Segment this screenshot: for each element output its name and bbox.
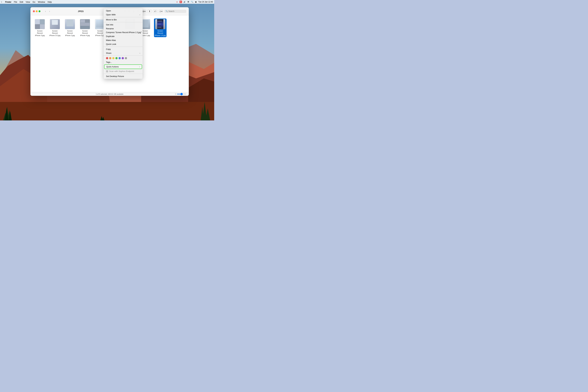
file-name: Screen Record iPhone 1.5.jpg — [154, 30, 166, 36]
ctx-copy[interactable]: Copy — [104, 47, 143, 51]
ctx-make-alias[interactable]: Make Alias — [104, 38, 143, 42]
ctx-duplicate[interactable]: Duplicate — [104, 34, 143, 38]
ctx-separator-3 — [104, 46, 143, 47]
search-box[interactable]: 🔍 — [164, 10, 186, 13]
ctx-get-info[interactable]: Get Info — [104, 23, 143, 27]
edit-menu[interactable]: Edit — [20, 1, 23, 3]
menubar-datetime: Tue 24 Jan 12:40 — [198, 1, 213, 3]
status-text: 1 of 9 selected, 440.61 GB available — [96, 93, 124, 95]
file-name: Screen Record iPhone 3.5.jpg — [49, 30, 60, 36]
share-toolbar-button[interactable]: ⬆ — [148, 10, 152, 13]
ctx-rename-label: Rename — [106, 28, 114, 30]
maximize-button[interactable] — [38, 10, 40, 12]
tag-red[interactable] — [106, 57, 108, 59]
context-menu: Open Open With › Move to Bin Get Info Re… — [104, 8, 143, 79]
ctx-scan-sophos[interactable]: S Scan with Sophos Endpoint — [104, 69, 143, 73]
ctx-compress-label: Compress "Screen Record iPhone 1.5.jpg" — [106, 31, 142, 34]
notification-badge: 5 — [180, 1, 182, 3]
search-icon: 🔍 — [166, 10, 168, 12]
menubar-right: ● 5 🔊 ⌘ 🔍 ◉ Tue 24 Jan 12:40 — [176, 1, 213, 3]
menubar-left:  Finder File Edit View Go Window Help — [1, 1, 52, 3]
list-item[interactable]: Screen Record iPhone 4.jpg — [79, 18, 91, 37]
ctx-open-with[interactable]: Open With › — [104, 13, 143, 16]
close-button[interactable] — [33, 10, 35, 12]
tag-toolbar-button[interactable]: 🏷 — [153, 10, 158, 13]
ctx-quick-look[interactable]: Quick Look — [104, 42, 143, 46]
quick-actions-arrow: › — [139, 66, 140, 68]
file-thumbnail — [35, 19, 45, 29]
file-name: Screen Record iPhone 4.jpg — [79, 30, 91, 36]
search-input[interactable] — [168, 10, 185, 12]
tag-green[interactable] — [116, 57, 118, 59]
ctx-rename[interactable]: Rename — [104, 27, 143, 30]
ctx-open-with-label: Open With — [106, 14, 116, 16]
ctx-scan-label: Scan with Sophos Endpoint — [109, 70, 134, 72]
ctx-share-label: Share — [106, 52, 112, 54]
ctx-share[interactable]: Share › — [104, 51, 143, 55]
go-menu[interactable]: Go — [32, 1, 35, 3]
ctx-move-to-bin-label: Move to Bin — [106, 18, 117, 21]
list-item[interactable]: Screen Record iPhone 3.jpg — [34, 18, 46, 37]
search-menubar-icon[interactable]: 🔍 — [191, 1, 193, 3]
open-with-arrow: › — [140, 14, 140, 16]
ctx-tags-row — [104, 56, 143, 60]
action-toolbar-button[interactable]: ⊙▾ — [159, 10, 163, 13]
tag-gray[interactable] — [125, 57, 127, 59]
ctx-separator-4 — [104, 56, 143, 56]
zoom-slider-container: ⊟ — [175, 93, 186, 95]
list-item[interactable]: Screen Record iPhone 1.5.jpg — [154, 18, 166, 37]
ctx-quick-actions-label: Quick Actions — [106, 66, 119, 68]
file-name: Screen Record iPhone 3.jpg — [34, 30, 46, 36]
tag-blue[interactable] — [118, 57, 121, 59]
menubar:  Finder File Edit View Go Window Help ●… — [0, 0, 214, 4]
siri-icon[interactable]: ◉ — [194, 1, 197, 3]
ctx-separator-2 — [104, 22, 143, 22]
ctx-move-to-bin[interactable]: Move to Bin — [104, 18, 143, 22]
file-name: Screen Record iPhone 2.jpg — [64, 30, 76, 36]
ctx-duplicate-label: Duplicate — [106, 35, 114, 38]
ctx-quick-look-label: Quick Look — [106, 43, 116, 45]
zoom-slider-input[interactable] — [177, 94, 186, 94]
list-item[interactable]: Screen Record iPhone 3.5.jpg — [48, 18, 61, 37]
view-menu[interactable]: View — [26, 1, 30, 3]
ctx-quick-actions[interactable]: Quick Actions › — [104, 64, 142, 69]
ctx-separator-1 — [104, 17, 143, 17]
ctx-tags-label[interactable]: Tags... — [104, 60, 143, 64]
ctx-open-label: Open — [106, 10, 111, 12]
svg-rect-8 — [0, 102, 214, 120]
file-thumbnail — [155, 19, 165, 29]
file-thumbnail — [80, 19, 90, 29]
traffic-lights — [33, 10, 40, 12]
minimize-button[interactable] — [36, 10, 38, 12]
ctx-compress[interactable]: Compress "Screen Record iPhone 1.5.jpg" — [104, 30, 143, 34]
wifi-icon[interactable]: ⌘ — [187, 1, 190, 3]
list-item[interactable]: Screen Record iPhone 2.jpg — [64, 18, 76, 37]
tag-yellow[interactable] — [112, 57, 114, 59]
help-menu[interactable]: Help — [48, 1, 52, 3]
apple-menu[interactable]:  — [1, 1, 2, 3]
sophos-icon: ● — [176, 1, 178, 3]
finder-statusbar: 1 of 9 selected, 440.61 GB available ⊟ — [30, 92, 189, 96]
zoom-min-icon: ⊟ — [175, 93, 176, 95]
file-thumbnail — [65, 19, 75, 29]
ctx-set-desktop[interactable]: Set Desktop Picture — [104, 74, 143, 78]
share-arrow: › — [140, 52, 140, 54]
file-menu[interactable]: File — [14, 1, 17, 3]
tag-purple[interactable] — [122, 57, 124, 59]
tag-orange[interactable] — [109, 57, 111, 59]
app-name-menu[interactable]: Finder — [5, 1, 12, 3]
ctx-get-info-label: Get Info — [106, 24, 113, 26]
ctx-open[interactable]: Open — [104, 9, 143, 13]
ctx-set-desktop-label: Set Desktop Picture — [106, 75, 124, 78]
ctx-copy-label: Copy — [106, 48, 111, 50]
window-menu[interactable]: Window — [38, 1, 45, 3]
ctx-tags-text: Tags... — [106, 61, 112, 63]
file-thumbnail — [50, 19, 60, 29]
ctx-make-alias-label: Make Alias — [106, 39, 116, 42]
audio-icon[interactable]: 🔊 — [183, 1, 186, 3]
sophos-menu-icon: S — [106, 70, 108, 72]
